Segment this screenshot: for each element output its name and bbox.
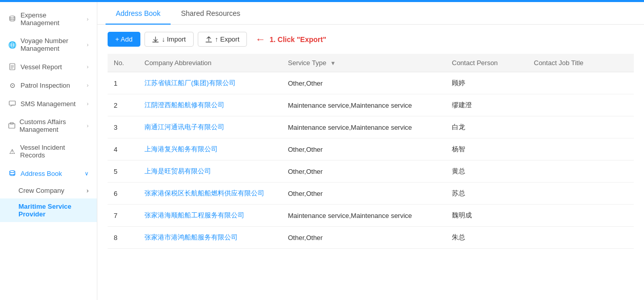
hint-text: 1. Click "Export" <box>269 35 326 44</box>
sidebar-item-expense-management[interactable]: Expense Management › <box>0 6 97 32</box>
col-header-no: No. <box>108 54 138 72</box>
customs-icon <box>8 122 15 130</box>
sidebar-item-label: Voyage Number Management <box>20 37 87 52</box>
cell-title <box>528 205 634 227</box>
data-table-container: No. Company Abbreviation Service Type ▼ … <box>97 54 644 300</box>
cell-service: Other,Other <box>282 183 446 205</box>
chevron-right-icon: › <box>87 16 89 22</box>
cell-contact: 朱总 <box>446 227 528 249</box>
col-header-company: Company Abbreviation <box>138 54 282 72</box>
cell-title <box>528 138 634 161</box>
cell-service: Maintenance service,Maintenance service <box>282 94 446 116</box>
export-icon <box>205 35 213 43</box>
cell-company[interactable]: 上海是旺贸易有限公司 <box>138 161 282 183</box>
cell-service: Maintenance service,Maintenance service <box>282 116 446 138</box>
add-button[interactable]: + Add <box>108 32 140 47</box>
cell-contact: 苏总 <box>446 183 528 205</box>
chevron-right-icon: › <box>87 187 89 194</box>
cell-service: Other,Other <box>282 227 446 249</box>
svg-point-0 <box>10 16 15 18</box>
tab-shared-resources[interactable]: Shared Resources <box>171 2 251 25</box>
cell-contact: 杨智 <box>446 138 528 161</box>
sidebar-item-patrol-inspection[interactable]: ⊙ Patrol Inspection › <box>0 76 97 94</box>
warning-icon: ⚠ <box>8 147 16 155</box>
sidebar-item-label: SMS Management <box>20 100 76 108</box>
data-table: No. Company Abbreviation Service Type ▼ … <box>108 54 634 249</box>
chevron-right-icon: › <box>87 42 89 48</box>
cell-company[interactable]: 南通江河通讯电子有限公司 <box>138 116 282 138</box>
inspection-icon: ⊙ <box>8 81 16 89</box>
sidebar-item-sms-management[interactable]: SMS Management › <box>0 94 97 113</box>
report-icon <box>8 63 16 71</box>
chevron-right-icon: › <box>87 82 89 88</box>
cell-company[interactable]: 张家港保税区长航船船燃料供应有限公司 <box>138 183 282 205</box>
cell-title <box>528 72 634 94</box>
tab-bar: Address Book Shared Resources <box>97 2 644 25</box>
chevron-down-icon: ∨ <box>85 170 89 177</box>
cell-no: 3 <box>108 116 138 138</box>
sidebar-item-label: Vessel Report <box>20 63 62 71</box>
cell-no: 4 <box>108 138 138 161</box>
import-button[interactable]: ↓ Import <box>144 32 194 47</box>
table-row: 4上海港复兴船务有限公司Other,Other杨智 <box>108 138 634 161</box>
sidebar-item-address-book[interactable]: Address Book ∨ <box>0 164 97 183</box>
sidebar-item-label: Expense Management <box>20 11 87 27</box>
table-row: 1江苏省镇江船厂(集团)有限公司Other,Other顾婷 <box>108 72 634 94</box>
table-row: 8张家港市港鸿船船服务有限公司Other,Other朱总 <box>108 227 634 249</box>
sidebar-item-label: Address Book <box>20 170 62 177</box>
svg-rect-5 <box>9 101 15 105</box>
cell-service: Other,Other <box>282 138 446 161</box>
export-button[interactable]: ↑ Export <box>198 32 247 47</box>
col-header-contact: Contact Person <box>446 54 528 72</box>
cell-title <box>528 227 634 249</box>
sidebar-item-vessel-report[interactable]: Vessel Report › <box>0 57 97 76</box>
sidebar: Expense Management › 🌐 Voyage Number Man… <box>0 2 97 300</box>
database-icon <box>8 15 16 23</box>
sidebar-sub-label: Crew Company <box>18 187 65 194</box>
cell-contact: 顾婷 <box>446 72 528 94</box>
cell-contact: 白龙 <box>446 116 528 138</box>
toolbar: + Add ↓ Import ↑ Export ← 1. Click "Expo… <box>97 25 644 54</box>
cell-no: 8 <box>108 227 138 249</box>
cell-title <box>528 161 634 183</box>
col-header-service-label: Service Type <box>288 59 326 67</box>
cell-title <box>528 183 634 205</box>
sidebar-item-vessel-incident[interactable]: ⚠ Vessel Incident Records <box>0 138 97 164</box>
chevron-right-icon: › <box>87 101 89 107</box>
chevron-right-icon: › <box>87 64 89 70</box>
cell-service: Other,Other <box>282 72 446 94</box>
table-row: 7张家港海顺船船工程服务有限公司Maintenance service,Main… <box>108 205 634 227</box>
table-row: 6张家港保税区长航船船燃料供应有限公司Other,Other苏总 <box>108 183 634 205</box>
sidebar-sub-label: Maritime Service Provider <box>18 203 89 218</box>
addressbook-icon <box>8 169 16 177</box>
cell-no: 6 <box>108 183 138 205</box>
cell-no: 1 <box>108 72 138 94</box>
globe-icon: 🌐 <box>8 41 16 49</box>
table-row: 5上海是旺贸易有限公司Other,Other黄总 <box>108 161 634 183</box>
main-content: Address Book Shared Resources + Add ↓ Im… <box>97 0 644 300</box>
cell-company[interactable]: 江苏省镇江船厂(集团)有限公司 <box>138 72 282 94</box>
export-hint: ← 1. Click "Export" <box>255 33 326 45</box>
svg-point-8 <box>10 171 15 173</box>
cell-no: 7 <box>108 205 138 227</box>
cell-company[interactable]: 张家港海顺船船工程服务有限公司 <box>138 205 282 227</box>
cell-service: Other,Other <box>282 161 446 183</box>
col-header-service[interactable]: Service Type ▼ <box>282 54 446 72</box>
tab-address-book[interactable]: Address Book <box>106 2 171 25</box>
table-row: 3南通江河通讯电子有限公司Maintenance service,Mainten… <box>108 116 634 138</box>
sidebar-sub-item-maritime-service-provider[interactable]: Maritime Service Provider <box>0 198 97 222</box>
import-icon <box>152 35 160 43</box>
sidebar-sub-item-crew-company[interactable]: Crew Company › <box>0 183 97 198</box>
cell-company[interactable]: 上海港复兴船务有限公司 <box>138 138 282 161</box>
cell-no: 5 <box>108 161 138 183</box>
cell-company[interactable]: 江阴澄西船船航修有限公司 <box>138 94 282 116</box>
table-header-row: No. Company Abbreviation Service Type ▼ … <box>108 54 634 72</box>
col-header-title: Contact Job Title <box>528 54 634 72</box>
cell-contact: 缪建澄 <box>446 94 528 116</box>
cell-company[interactable]: 张家港市港鸿船船服务有限公司 <box>138 227 282 249</box>
sidebar-item-customs-affairs[interactable]: Customs Affairs Management › <box>0 113 97 138</box>
cell-service: Maintenance service,Maintenance service <box>282 205 446 227</box>
sms-icon <box>8 99 16 108</box>
sort-icon: ▼ <box>330 60 336 66</box>
sidebar-item-voyage-number-management[interactable]: 🌐 Voyage Number Management › <box>0 32 97 57</box>
